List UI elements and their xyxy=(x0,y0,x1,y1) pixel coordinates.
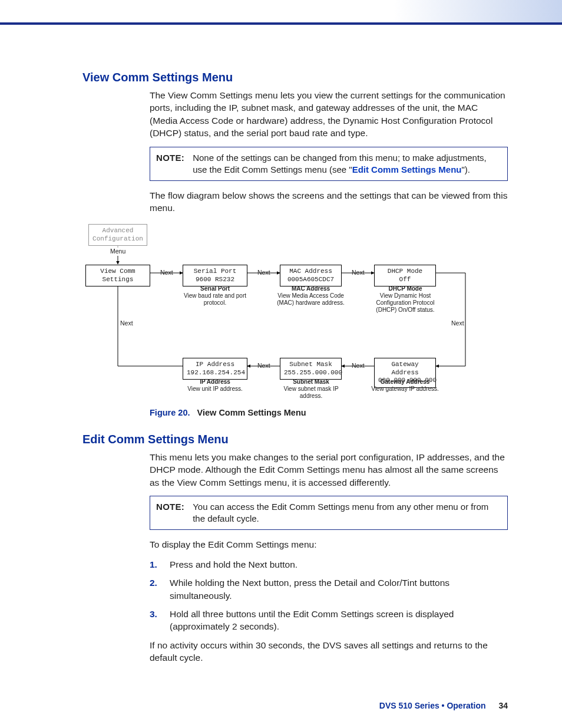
step-item: 3.Hold all three buttons until the Edit … xyxy=(150,608,508,633)
label-next: Next xyxy=(257,269,270,276)
view-intro-paragraph: The View Comm Settings menu lets you vie… xyxy=(150,89,508,140)
box-mac: MAC Address0005A605CDC7 xyxy=(280,265,342,287)
figure-number: Figure 20. xyxy=(150,408,190,417)
desc-serial-body: View baud rate and port protocol. xyxy=(180,292,250,307)
desc-gateway-body: View gateway IP address. xyxy=(368,386,442,393)
box-subnet: Subnet Mask255.255.000.000 xyxy=(280,358,342,380)
step-number: 3. xyxy=(150,608,161,633)
page-footer: DVS 510 Series • Operation 34 xyxy=(379,701,508,710)
label-next: Next xyxy=(120,319,133,327)
desc-dhcp-body: View Dynamic Host Configuration Protocol… xyxy=(370,292,441,314)
desc-ip: IP Address View unit IP address. xyxy=(180,378,250,393)
step-item: 2.While holding the Next button, press t… xyxy=(150,577,508,602)
desc-subnet-body: View subnet mask IP address. xyxy=(272,386,350,400)
desc-serial: Serial Port View baud rate and port prot… xyxy=(180,285,250,307)
label-next: Next xyxy=(160,269,173,276)
desc-mac-title: MAC Address xyxy=(274,285,348,292)
step-text: Hold all three buttons until the Edit Co… xyxy=(170,608,508,633)
step-item: 1.Press and hold the Next button. xyxy=(150,558,508,571)
closing-paragraph: If no activity occurs within 30 seconds,… xyxy=(150,639,508,664)
step-number: 1. xyxy=(150,558,161,571)
box-serial-port: Serial Port9600 RS232 xyxy=(183,265,247,287)
desc-dhcp-title: DHCP Mode xyxy=(370,285,441,292)
box-view-comm: View CommSettings xyxy=(85,265,150,287)
box-advanced-config: AdvancedConfiguration xyxy=(88,224,147,246)
label-next: Next xyxy=(352,269,365,276)
step-text: Press and hold the Next button. xyxy=(170,558,297,571)
desc-subnet-title: Subnet Mask xyxy=(272,378,350,386)
edit-comm-settings-link[interactable]: Edit Comm Settings Menu xyxy=(352,164,462,174)
desc-gateway: Gateway Address View gateway IP address. xyxy=(368,378,442,393)
desc-mac-body: View Media Access Code (MAC) hardware ad… xyxy=(274,292,348,307)
figure-title: View Comm Settings Menu xyxy=(197,408,306,417)
desc-serial-title: Serial Port xyxy=(180,285,250,292)
box-ip: IP Address192.168.254.254 xyxy=(183,358,247,380)
desc-ip-body: View unit IP address. xyxy=(180,386,250,393)
step-number: 2. xyxy=(150,577,161,602)
desc-ip-title: IP Address xyxy=(180,378,250,386)
label-next: Next xyxy=(257,362,270,369)
step-text: While holding the Next button, press the… xyxy=(170,577,508,602)
page-header-bar xyxy=(0,0,562,25)
desc-gateway-title: Gateway Address xyxy=(368,378,442,386)
box-dhcp: DHCP ModeOff xyxy=(374,265,436,287)
note-label: NOTE: xyxy=(156,501,184,525)
page-body: View Comm Settings Menu The View Comm Se… xyxy=(0,25,562,726)
note-text-part2: "). xyxy=(461,164,470,174)
flow-intro-paragraph: The flow diagram below shows the screens… xyxy=(150,189,508,215)
heading-view-comm: View Comm Settings Menu xyxy=(82,71,508,84)
note-body: None of the settings can be changed from… xyxy=(193,152,501,176)
desc-dhcp: DHCP Mode View Dynamic Host Configuratio… xyxy=(370,285,441,314)
desc-subnet: Subnet Mask View subnet mask IP address. xyxy=(272,378,350,400)
note-box-view: NOTE: None of the settings can be change… xyxy=(150,147,508,182)
footer-page-number: 34 xyxy=(498,701,508,710)
note-box-edit: NOTE: You can access the Edit Comm Setti… xyxy=(150,496,508,531)
flow-diagram: AdvancedConfiguration Menu View CommSett… xyxy=(53,222,477,404)
note-body: You can access the Edit Comm Settings me… xyxy=(193,501,501,525)
desc-mac: MAC Address View Media Access Code (MAC)… xyxy=(274,285,348,307)
heading-edit-comm: Edit Comm Settings Menu xyxy=(82,433,508,446)
label-menu: Menu xyxy=(110,248,125,255)
steps-list: 1.Press and hold the Next button. 2.Whil… xyxy=(150,558,508,633)
footer-series: DVS 510 Series • Operation xyxy=(379,701,486,710)
edit-intro-paragraph: This menu lets you make changes to the s… xyxy=(150,451,508,489)
to-display-paragraph: To display the Edit Comm Settings menu: xyxy=(150,538,508,551)
label-next: Next xyxy=(451,319,464,327)
figure-caption: Figure 20. View Comm Settings Menu xyxy=(150,408,508,417)
note-label: NOTE: xyxy=(156,152,184,176)
label-next: Next xyxy=(352,362,365,369)
